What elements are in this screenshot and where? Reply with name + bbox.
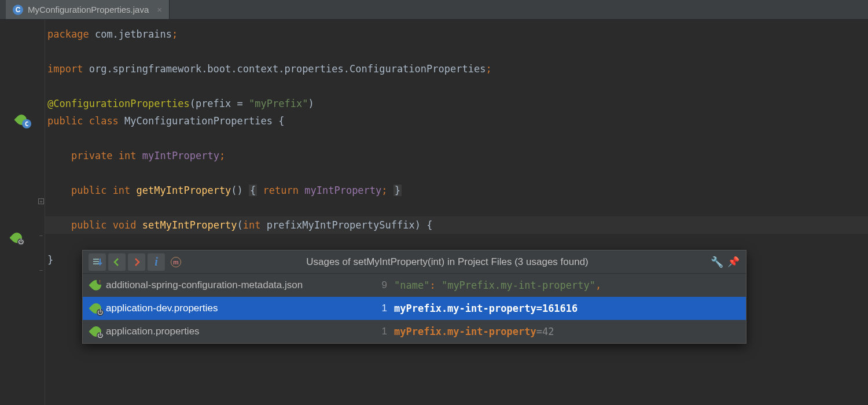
method-icon: m [171,257,181,267]
fold-icon[interactable]: – [38,233,44,239]
field-name: myIntProperty [142,150,219,161]
leaf-icon [91,280,101,290]
class-name: MyConfigurationProperties [124,115,273,127]
usage-snippet: "name": "myPrefix.my-int-property", [394,279,738,291]
kw-int: int [119,150,137,161]
usage-line-number: 1 [364,303,387,314]
kw-package: package [47,28,89,40]
editor-tab[interactable]: C MyConfigurationProperties.java × [6,0,170,19]
kw-int: int [243,219,261,231]
spring-gutter-icon[interactable]: C [16,115,27,127]
settings-button[interactable]: 🔧 [710,255,724,269]
annotation-attr: prefix [196,98,231,109]
usage-row[interactable]: additional-spring-configuration-metadata… [83,274,746,297]
param-name: prefixMyIntPropertySuffix [267,219,415,231]
next-occurrence-button[interactable] [128,253,145,271]
usage-snippet: myPrefix.my-int-property=161616 [394,303,738,314]
info-icon: i [155,255,158,268]
method-filter-button[interactable]: m [167,253,185,271]
kw-public: public [71,185,106,196]
kw-import: import [47,63,83,75]
setter-name: setMyIntProperty [142,219,237,231]
tab-filename: MyConfigurationProperties.java [28,5,149,14]
usage-snippet: myPrefix.my-int-property=42 [394,326,738,337]
kw-int: int [113,185,131,196]
annotation: @ConfigurationProperties [47,98,190,109]
pin-button[interactable]: 📌 [726,255,740,269]
gutter: C + – – [0,20,45,405]
field-ref: myIntProperty [304,185,381,196]
usages-popup: i m Usages of setMyIntProperty(int) in P… [82,250,746,344]
fold-icon[interactable]: – [38,268,44,274]
info-button[interactable]: i [148,253,165,271]
open-find-window-button[interactable] [89,253,106,271]
prev-occurrence-button[interactable] [108,253,126,271]
svg-rect-2 [93,263,99,264]
close-icon[interactable]: × [157,5,162,14]
annotation-value: "myPrefix" [249,98,308,109]
usage-line-number: 9 [364,279,387,291]
spring-gutter-icon[interactable] [12,233,22,245]
svg-rect-0 [93,259,99,260]
kw-class: class [89,115,119,127]
arrow-forward-icon [131,257,142,267]
kw-private: private [71,150,113,161]
usage-row[interactable]: application-dev.properties 1 myPrefix.my… [83,297,746,320]
list-arrow-icon [92,257,102,267]
class-badge-icon: C [22,119,31,128]
fold-icon[interactable]: + [38,198,44,204]
usage-line-number: 1 [364,326,387,337]
kw-public: public [47,115,83,127]
leaf-icon [12,233,22,243]
wrench-icon: 🔧 [711,256,723,268]
usage-filename: application-dev.properties [106,303,218,314]
leaf-icon [91,303,101,314]
editor-tab-bar: C MyConfigurationProperties.java × [0,0,868,20]
kw-void: void [113,219,137,231]
java-class-icon: C [13,5,23,15]
kw-return: return [263,185,299,196]
usage-row[interactable]: application.properties 1 myPrefix.my-int… [83,320,746,343]
tab-bar-padding [0,0,6,19]
import-name: org.springframework.boot.context.propert… [89,63,486,75]
usage-filename: additional-spring-configuration-metadata… [106,279,303,291]
arrow-back-icon [112,257,122,267]
pin-icon: 📌 [727,256,740,268]
usages-toolbar: i m Usages of setMyIntProperty(int) in P… [83,251,746,274]
kw-public: public [71,219,106,231]
usages-title: Usages of setMyIntProperty(int) in Proje… [187,256,708,268]
usage-filename: application.properties [106,326,200,337]
getter-name: getMyIntProperty [137,185,231,196]
usages-list: additional-spring-configuration-metadata… [83,274,746,343]
package-name: com.jetbrains [95,28,172,40]
code-editor[interactable]: package com.jetbrains; import org.spring… [45,20,868,405]
editor-area: C + – – package com.jetbrains; import or… [0,20,868,405]
svg-rect-1 [93,261,99,262]
leaf-icon [91,326,101,337]
